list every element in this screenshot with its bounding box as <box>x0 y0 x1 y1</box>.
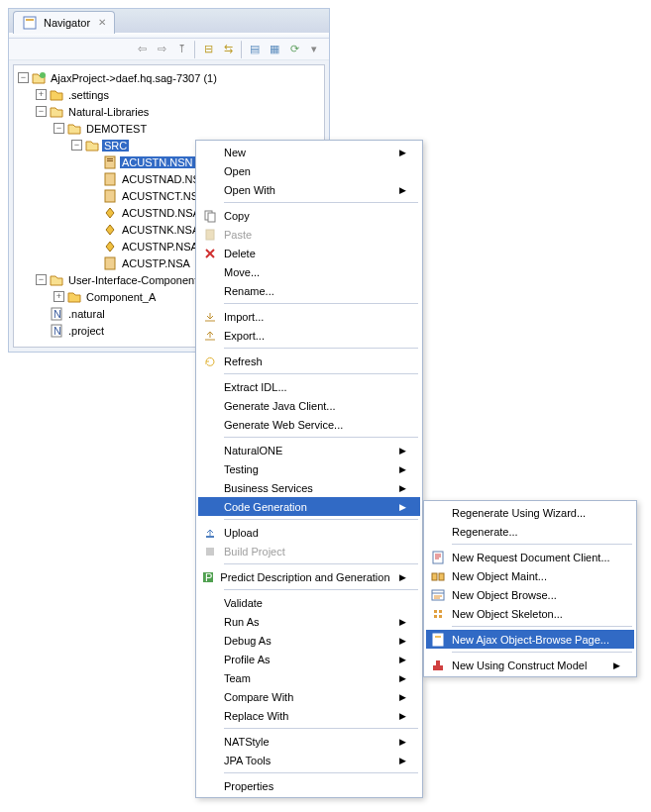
tree-label: AjaxProject->daef.hq.sag-7307 (1) <box>49 72 219 84</box>
svg-rect-15 <box>206 230 214 240</box>
tree-row-project[interactable]: − AjaxProject->daef.hq.sag-7307 (1) <box>14 69 324 86</box>
tree-label: ACUSTND.NSA <box>120 207 202 219</box>
refresh-icon[interactable]: ⟳ <box>285 41 303 58</box>
menu-item-import[interactable]: Import... <box>198 307 420 326</box>
menu-item-new[interactable]: New▶ <box>198 143 420 161</box>
menu-item-export[interactable]: Export... <box>198 326 420 345</box>
forward-icon[interactable]: ⇨ <box>153 41 170 58</box>
context-menu: New▶ Open Open With▶ Copy Paste Delete M… <box>195 140 423 360</box>
toolbar: ⇦ ⇨ ⤒ ⊟ ⇆ ▤ ▦ ⟳ ▾ <box>9 39 329 60</box>
menu-item-delete[interactable]: Delete <box>198 244 420 262</box>
toolbar-separator <box>194 41 195 58</box>
svg-text:N: N <box>54 325 61 337</box>
project-icon <box>31 70 47 86</box>
svg-rect-8 <box>105 257 115 269</box>
svg-text:N: N <box>54 308 61 320</box>
file-icon <box>102 239 118 254</box>
menu-separator <box>224 202 418 203</box>
tree-row-demotest[interactable]: − DEMOTEST <box>14 120 324 137</box>
file-icon <box>102 171 118 187</box>
svg-rect-6 <box>105 173 115 185</box>
menu-item-copy[interactable]: Copy <box>198 206 420 225</box>
file-icon: N <box>49 323 64 339</box>
file-icon <box>102 222 118 238</box>
toolbar-separator <box>241 41 242 58</box>
delete-icon <box>198 248 222 259</box>
folder-open-icon <box>49 272 64 288</box>
menu-item-rename[interactable]: Rename... <box>198 281 420 300</box>
collapse-icon[interactable]: − <box>18 72 29 83</box>
menu-item-move[interactable]: Move... <box>198 262 420 281</box>
collapse-icon[interactable]: − <box>36 274 47 285</box>
refresh-icon <box>198 355 222 361</box>
file-icon <box>102 188 118 204</box>
svg-rect-5 <box>107 160 113 161</box>
menu-item-paste: Paste <box>198 225 420 244</box>
folder-open-icon <box>49 104 64 120</box>
collapse-icon[interactable]: − <box>36 106 47 117</box>
tree-label: .project <box>66 325 106 337</box>
tree-label: .natural <box>66 308 107 320</box>
svg-rect-4 <box>107 158 113 159</box>
expand-icon[interactable]: + <box>54 291 64 302</box>
submenu-arrow-icon: ▶ <box>396 148 406 157</box>
collapse-all-icon[interactable]: ⊟ <box>199 41 217 58</box>
close-icon[interactable]: ✕ <box>98 17 106 28</box>
export-icon <box>198 330 222 342</box>
svg-rect-0 <box>24 17 36 29</box>
back-icon[interactable]: ⇦ <box>133 41 151 58</box>
folder-open-icon <box>66 121 82 137</box>
tree-label: Component_A <box>84 291 158 303</box>
tree-row-natlib[interactable]: − Natural-Libraries <box>14 103 324 120</box>
svg-rect-14 <box>208 213 215 222</box>
tab-title: Navigator <box>44 17 90 29</box>
navigator-icon <box>22 15 38 31</box>
menu-separator <box>224 348 418 349</box>
menu-item-open-with[interactable]: Open With▶ <box>198 180 420 199</box>
view-menu-icon[interactable]: ▾ <box>305 41 323 58</box>
navigator-tab[interactable]: Navigator ✕ <box>13 11 115 34</box>
file-icon <box>102 154 118 170</box>
folder-open-icon <box>84 138 100 153</box>
tab-bar: Navigator ✕ <box>9 9 329 33</box>
menu-separator <box>224 303 418 304</box>
link-editor-icon[interactable]: ⇆ <box>219 41 237 58</box>
folder-icon <box>66 289 82 305</box>
collapse-icon[interactable]: − <box>54 123 64 134</box>
file-icon <box>102 205 118 221</box>
tree-label: DEMOTEST <box>84 123 149 135</box>
copy-icon <box>198 209 222 223</box>
expand-icon[interactable]: + <box>36 89 47 100</box>
tree-label: SRC <box>102 140 129 152</box>
menu-item-refresh[interactable]: Refresh <box>198 352 420 360</box>
filter-icon[interactable]: ▤ <box>246 41 264 58</box>
tree-label: ACUSTNP.NSA <box>120 241 200 253</box>
file-icon: N <box>49 306 64 322</box>
tree-label: ACUSTNK.NSA <box>120 224 201 236</box>
svg-rect-7 <box>105 190 115 202</box>
tree-label: .settings <box>66 89 111 101</box>
svg-rect-1 <box>26 19 34 21</box>
tree-row-settings[interactable]: + .settings <box>14 86 324 103</box>
up-icon[interactable]: ⤒ <box>172 41 190 58</box>
tree-label: ACUSTP.NSA <box>120 257 192 269</box>
menu-item-open[interactable]: Open <box>198 161 420 180</box>
tree-label: Natural-Libraries <box>66 106 151 118</box>
svg-rect-3 <box>105 156 115 168</box>
folder-icon <box>49 87 64 103</box>
paste-icon <box>198 228 222 242</box>
tree-label: User-Interface-Components <box>66 274 205 286</box>
sort-icon[interactable]: ▦ <box>266 41 283 58</box>
tree-label: ACUSTN.NSN <box>120 156 195 168</box>
collapse-icon[interactable]: − <box>71 140 82 151</box>
file-icon <box>102 255 118 271</box>
svg-point-2 <box>40 72 46 78</box>
submenu-arrow-icon: ▶ <box>396 185 406 195</box>
import-icon <box>198 311 222 323</box>
